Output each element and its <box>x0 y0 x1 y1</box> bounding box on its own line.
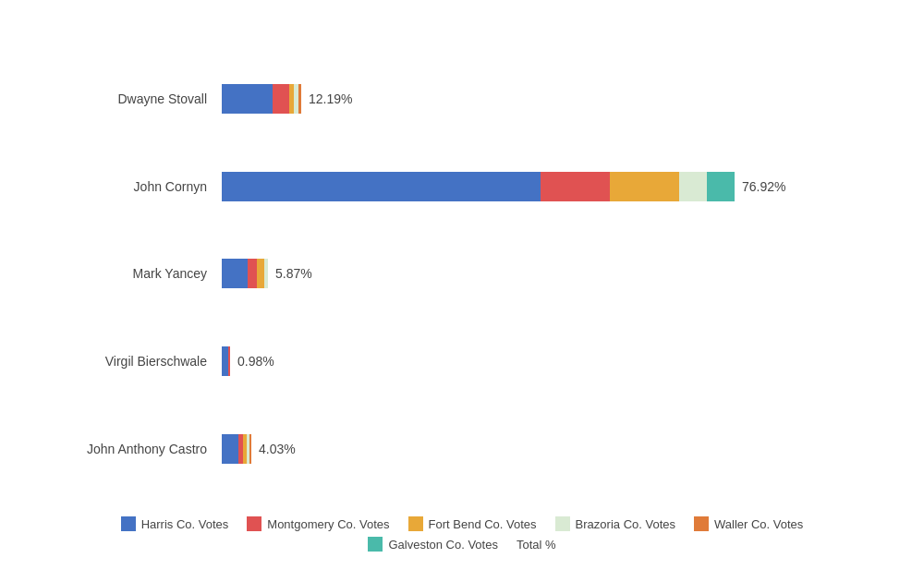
bar-group <box>222 346 230 376</box>
bar-group <box>222 434 251 464</box>
legend-swatch-montgomery <box>247 516 261 531</box>
legend-item-harris: Harris Co. Votes <box>121 516 229 531</box>
bar-segment-brazoria <box>679 172 707 201</box>
legend-item-galveston: Galveston Co. Votes <box>368 537 498 552</box>
legend-swatch-waller <box>694 516 709 531</box>
bar-segment-montgomery <box>273 84 289 114</box>
legend-swatch-galveston <box>368 537 383 552</box>
legend-swatch-brazoria <box>555 516 570 531</box>
chart-container: Dwayne Stovall12.19%John Cornyn76.92%Mar… <box>0 0 924 570</box>
legend-label: Harris Co. Votes <box>141 517 229 531</box>
legend-item-waller: Waller Co. Votes <box>694 516 803 531</box>
candidate-label: Dwayne Stovall <box>37 91 222 106</box>
bar-segment-harris <box>222 346 228 376</box>
legend: Harris Co. VotesMontgomery Co. VotesFort… <box>37 507 887 552</box>
chart-row: Dwayne Stovall12.19% <box>37 76 887 122</box>
pct-label: 12.19% <box>309 91 352 106</box>
bar-area: 12.19% <box>222 84 887 114</box>
bar-segment-harris <box>222 84 273 114</box>
bar-segment-montgomery <box>248 259 257 288</box>
bar-segment-brazoria <box>264 259 268 288</box>
bar-segment-harris <box>222 259 248 288</box>
legend-item-total: Total % <box>517 537 556 552</box>
pct-label: 76.92% <box>742 179 785 194</box>
bar-segment-harris <box>222 172 541 201</box>
bar-group <box>222 84 301 114</box>
candidate-label: John Cornyn <box>37 179 222 194</box>
pct-label: 0.98% <box>237 354 274 369</box>
candidate-label: Virgil Bierschwale <box>37 354 222 369</box>
candidate-label: John Anthony Castro <box>37 442 222 456</box>
bar-group <box>222 259 268 288</box>
legend-label: Fort Bend Co. Votes <box>429 517 537 531</box>
bar-area: 5.87% <box>222 259 887 288</box>
pct-label: 4.03% <box>259 442 296 456</box>
chart-row: John Cornyn76.92% <box>37 164 887 210</box>
legend-label: Montgomery Co. Votes <box>267 517 389 531</box>
chart-body: Dwayne Stovall12.19%John Cornyn76.92%Mar… <box>37 55 887 492</box>
chart-row: John Anthony Castro4.03% <box>37 426 887 472</box>
legend-label: Galveston Co. Votes <box>388 538 498 552</box>
bar-segment-harris <box>222 434 238 464</box>
bar-area: 4.03% <box>222 434 887 464</box>
candidate-label: Mark Yancey <box>37 266 222 281</box>
bar-segment-montgomery <box>541 172 610 201</box>
pct-label: 5.87% <box>275 266 312 281</box>
bar-area: 76.92% <box>222 172 887 201</box>
legend-label: Brazoria Co. Votes <box>576 517 675 531</box>
bar-group <box>222 172 735 201</box>
legend-label: Waller Co. Votes <box>714 517 803 531</box>
legend-item-montgomery: Montgomery Co. Votes <box>247 516 389 531</box>
chart-row: Mark Yancey5.87% <box>37 250 887 297</box>
chart-row: Virgil Bierschwale0.98% <box>37 338 887 384</box>
bar-area: 0.98% <box>222 346 887 376</box>
legend-label: Total % <box>517 538 556 552</box>
legend-swatch-harris <box>121 516 136 531</box>
bar-segment-fortbend <box>257 259 264 288</box>
legend-swatch-fortbend <box>408 516 423 531</box>
bar-segment-montgomery <box>228 346 230 376</box>
legend-item-fortbend: Fort Bend Co. Votes <box>408 516 537 531</box>
bar-segment-waller <box>298 84 301 114</box>
bar-segment-waller <box>249 434 251 464</box>
bar-segment-galveston <box>707 172 735 201</box>
bar-segment-fortbend <box>610 172 679 201</box>
legend-item-brazoria: Brazoria Co. Votes <box>555 516 675 531</box>
